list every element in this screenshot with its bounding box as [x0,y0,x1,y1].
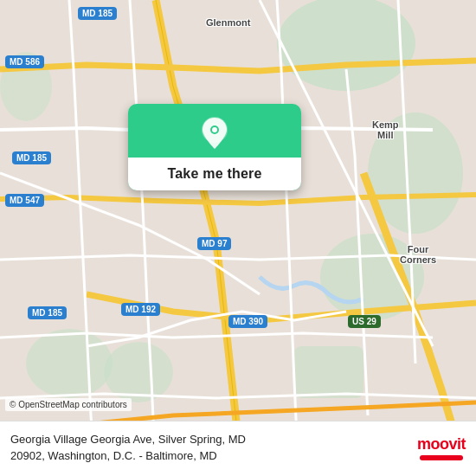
moovit-logo-underline [420,455,463,460]
road-badge-md547: MD 547 [5,194,44,207]
moovit-logo-text: moovit [417,435,466,453]
moovit-logo: moovit [417,435,466,460]
svg-rect-5 [294,346,363,398]
popup-pin [196,114,234,152]
address-line2: 20902, Washington, D.C. - Baltimore, MD [10,449,217,462]
road-badge-md185-top: MD 185 [78,7,117,20]
take-me-there-button[interactable]: Take me there [128,158,301,190]
osm-attribution: © OpenStreetMap contributors [5,398,132,411]
navigation-popup: Take me there [128,104,301,190]
road-badge-md185-bot: MD 185 [28,306,67,319]
road-badge-md390: MD 390 [228,315,267,328]
address-display: Georgia Village Georgia Ave, Silver Spri… [10,432,417,463]
address-line1: Georgia Village Georgia Ave, Silver Spri… [10,433,246,446]
road-badge-md586: MD 586 [5,55,44,68]
map-container: Glenmont KempMill FourCorners MD 185 MD … [0,0,476,476]
road-badge-md192: MD 192 [121,303,160,316]
svg-point-3 [26,329,113,398]
road-badge-md97: MD 97 [197,237,231,250]
road-badge-md185-mid: MD 185 [12,151,51,164]
road-badge-us29: US 29 [348,315,381,328]
info-bar: Georgia Village Georgia Ave, Silver Spri… [0,421,476,476]
location-pin-icon [196,114,234,152]
svg-point-9 [212,127,217,132]
